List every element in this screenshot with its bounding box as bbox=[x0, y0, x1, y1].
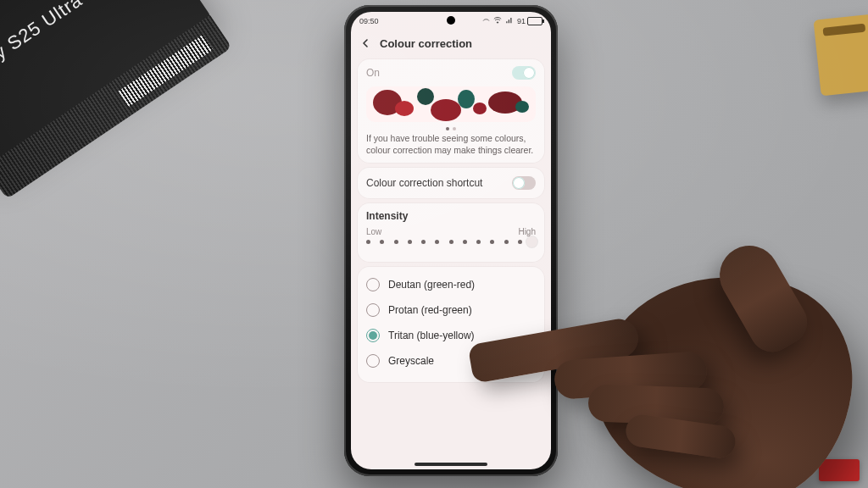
pager-dot[interactable] bbox=[446, 127, 449, 130]
battery-indicator: 91 bbox=[517, 17, 542, 25]
pager-dot[interactable] bbox=[453, 127, 456, 130]
intensity-high: High bbox=[518, 227, 536, 236]
intensity-labels: Low High bbox=[366, 227, 536, 236]
battery-icon bbox=[527, 17, 542, 25]
options-card: Deutan (green-red) Protan (red-green) Tr… bbox=[358, 267, 544, 382]
on-label: On bbox=[366, 67, 380, 79]
description-text: If you have trouble seeing some colours,… bbox=[366, 132, 536, 156]
status-time: 09:50 bbox=[359, 17, 379, 25]
scene: Galaxy S25 Ultra 09:50 bbox=[0, 0, 868, 488]
on-toggle[interactable] bbox=[512, 66, 536, 80]
back-button[interactable] bbox=[358, 36, 373, 51]
signal-icon bbox=[505, 16, 514, 26]
shortcut-label: Colour correction shortcut bbox=[366, 177, 482, 189]
radio-icon bbox=[366, 303, 380, 317]
option-protan[interactable]: Protan (red-green) bbox=[364, 297, 537, 323]
option-label: Greyscale bbox=[388, 355, 434, 367]
radio-icon bbox=[366, 329, 380, 342]
option-label: Tritan (blue-yellow) bbox=[388, 330, 475, 341]
gesture-bar bbox=[415, 463, 487, 466]
on-card: On If you have trouble seeing some colou… bbox=[358, 59, 544, 163]
option-label: Protan (red-green) bbox=[388, 304, 472, 316]
option-label: Deutan (green-red) bbox=[388, 279, 475, 291]
product-box: Galaxy S25 Ultra bbox=[0, 0, 241, 213]
option-tritan[interactable]: Tritan (blue-yellow) bbox=[364, 323, 537, 348]
wooden-object bbox=[813, 14, 868, 97]
sample-pager bbox=[366, 122, 536, 132]
intensity-card: Intensity Low High bbox=[358, 203, 544, 262]
option-greyscale[interactable]: Greyscale bbox=[364, 348, 537, 374]
phone-screen: 09:50 91 bbox=[351, 12, 551, 469]
option-deutan[interactable]: Deutan (green-red) bbox=[364, 272, 537, 297]
intensity-handle[interactable] bbox=[526, 236, 537, 247]
intensity-low: Low bbox=[366, 227, 381, 236]
page-header: Colour correction bbox=[351, 29, 551, 54]
page-title: Colour correction bbox=[380, 37, 472, 50]
battery-percent: 91 bbox=[517, 17, 526, 25]
shortcut-toggle[interactable] bbox=[512, 176, 536, 190]
svg-point-0 bbox=[497, 22, 498, 23]
radio-icon bbox=[366, 278, 380, 291]
intensity-title: Intensity bbox=[366, 210, 536, 222]
shortcut-card: Colour correction shortcut bbox=[358, 168, 544, 198]
channel-badge bbox=[819, 459, 860, 481]
wifi-icon bbox=[493, 16, 502, 26]
intensity-slider[interactable] bbox=[366, 240, 536, 253]
front-camera bbox=[447, 16, 455, 25]
nfc-icon bbox=[482, 17, 490, 26]
status-icons: 91 bbox=[482, 16, 542, 26]
sample-image bbox=[366, 86, 536, 122]
radio-icon bbox=[366, 354, 380, 368]
phone-frame: 09:50 91 bbox=[344, 5, 558, 476]
